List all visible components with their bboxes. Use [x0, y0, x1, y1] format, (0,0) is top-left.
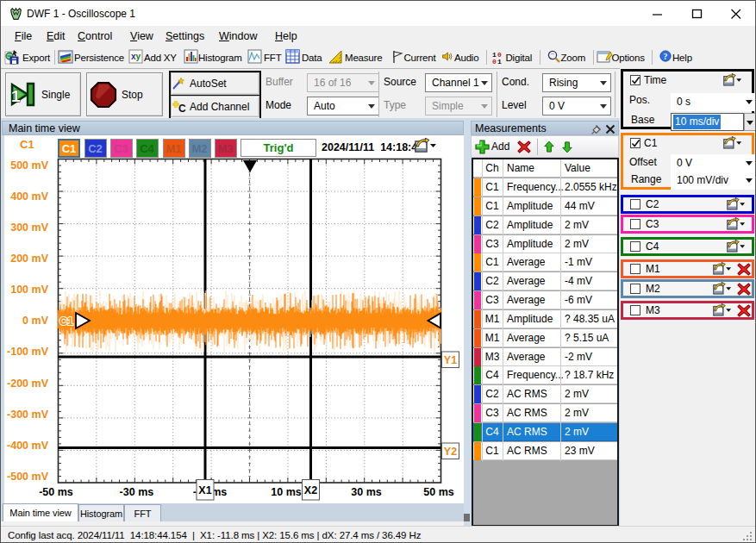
svg-text:500 mV: 500 mV: [10, 159, 48, 172]
svg-text:-200 mV: -200 mV: [7, 378, 49, 390]
svg-text:-100 mV: -100 mV: [7, 346, 49, 358]
svg-text:-50 ms: -50 ms: [39, 486, 73, 498]
svg-text:X1: X1: [198, 484, 211, 496]
svg-text:400 mV: 400 mV: [10, 190, 48, 203]
svg-text:-300 mV: -300 mV: [7, 409, 49, 421]
svg-text:30 ms: 30 ms: [351, 486, 381, 498]
svg-text:1: 1: [11, 87, 21, 105]
svg-text:100 mV: 100 mV: [10, 284, 48, 296]
svg-text:C: C: [178, 103, 186, 113]
svg-text:0: 0: [492, 58, 497, 65]
svg-text:y: y: [136, 52, 141, 61]
svg-text:200 mV: 200 mV: [10, 253, 48, 265]
svg-text:1: 1: [497, 58, 502, 65]
svg-text:?: ?: [663, 52, 667, 61]
svg-text:C1: C1: [59, 315, 73, 328]
svg-text:-500 mV: -500 mV: [7, 471, 49, 483]
svg-text:-400 mV: -400 mV: [7, 440, 49, 452]
svg-text:Y1: Y1: [444, 354, 457, 366]
svg-text:50 ms: 50 ms: [423, 486, 453, 498]
svg-text:10 ms: 10 ms: [271, 486, 301, 498]
svg-text:Y2: Y2: [444, 446, 457, 458]
svg-text:0 mV: 0 mV: [22, 315, 49, 327]
svg-text:300 mV: 300 mV: [10, 222, 48, 234]
svg-text:-30 ms: -30 ms: [120, 486, 154, 498]
svg-text:X2: X2: [304, 484, 317, 496]
